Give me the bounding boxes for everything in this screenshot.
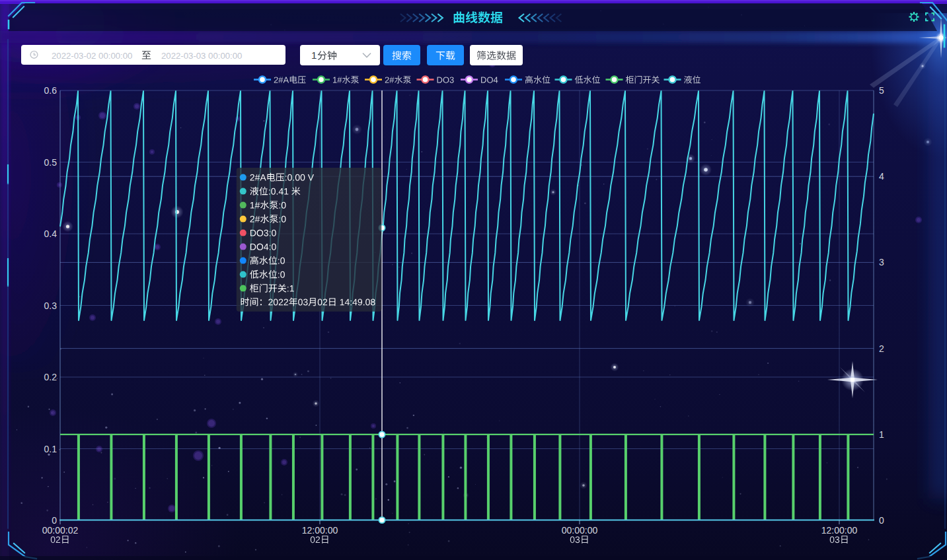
svg-text:0.1: 0.1: [44, 444, 57, 454]
svg-text:12:00:00: 12:00:00: [821, 525, 858, 536]
svg-text:0.4: 0.4: [44, 228, 57, 239]
svg-text:0.6: 0.6: [44, 85, 57, 96]
svg-text:5: 5: [879, 85, 884, 96]
svg-text:3: 3: [879, 257, 884, 267]
svg-text:00:00:00: 00:00:00: [562, 525, 598, 536]
svg-text:00:00:02: 00:00:02: [42, 525, 79, 536]
svg-text:4: 4: [879, 171, 884, 182]
svg-text:2022-03-03 00:00:00: 2022-03-03 00:00:00: [161, 51, 242, 61]
svg-text:0.2: 0.2: [44, 372, 57, 382]
svg-text:0.5: 0.5: [44, 157, 57, 168]
svg-text:0: 0: [879, 515, 884, 526]
svg-text:2: 2: [879, 343, 884, 354]
svg-text:1: 1: [311, 50, 317, 61]
svg-text:12:00:00: 12:00:00: [302, 525, 338, 536]
svg-text:0.3: 0.3: [44, 300, 57, 311]
svg-text:2022-03-02 00:00:00: 2022-03-02 00:00:00: [52, 51, 132, 61]
svg-text:1: 1: [879, 429, 884, 440]
